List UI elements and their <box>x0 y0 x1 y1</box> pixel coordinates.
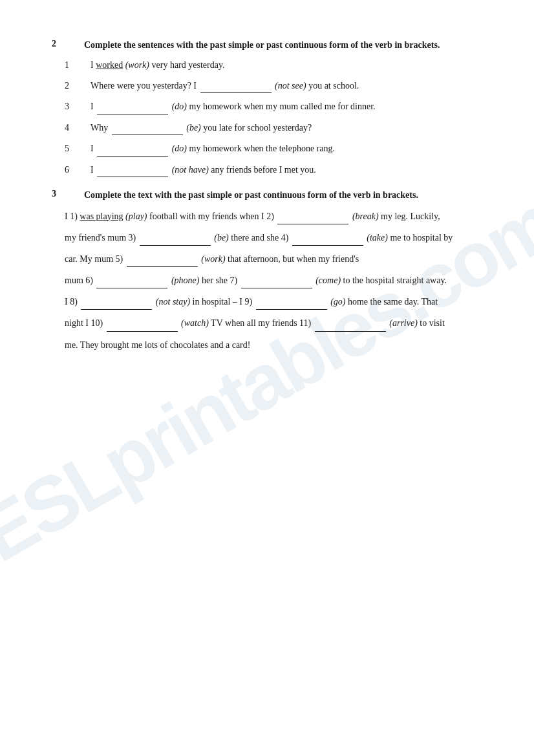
paragraph-1: I 1) was playing (play) football with my… <box>65 208 482 224</box>
row-number-5: 5 <box>65 144 91 154</box>
exercise-row-1: 1 I worked (work) very hard yesterday. <box>52 58 482 72</box>
verb-s3-9: (go) <box>330 297 345 307</box>
blank-3 <box>97 105 168 114</box>
exercise-row-4: 4 Why (be) you late for school yesterday… <box>52 121 482 135</box>
verb-s3-3: (be) <box>214 233 229 243</box>
row-content-2: Where were you yesterday? I (not see) yo… <box>91 79 359 93</box>
verb-4: (be) <box>186 123 201 133</box>
blank-s3-8 <box>81 301 152 310</box>
verb-s3-6: (phone) <box>171 275 200 285</box>
exercise-row-3: 3 I (do) my homework when my mum called … <box>52 100 482 114</box>
paragraph-7: me. They brought me lots of chocolates a… <box>65 337 482 353</box>
row-content-3: I (do) my homework when my mum called me… <box>91 100 376 114</box>
row-number-6: 6 <box>65 165 91 175</box>
paragraph-4: mum 6) (phone) her she 7) (come) to the … <box>65 272 482 288</box>
row-number-1: 1 <box>65 60 91 70</box>
verb-s3-11: (arrive) <box>389 318 418 328</box>
exercise-row-2: 2 Where were you yesterday? I (not see) … <box>52 79 482 93</box>
paragraph-6: night I 10) (watch) TV when all my frien… <box>65 315 482 331</box>
verb-s3-1: (play) <box>125 211 147 221</box>
verb-s3-2: (break) <box>352 211 379 221</box>
verb-1: (work) <box>125 60 149 70</box>
section-2-header: 2 Complete the sentences with the past s… <box>52 39 482 52</box>
section-3: 3 Complete the text with the past simple… <box>52 189 482 353</box>
blank-6 <box>97 168 168 177</box>
verb-s3-4: (take) <box>367 233 388 243</box>
blank-s3-2 <box>277 215 348 224</box>
blank-5 <box>97 147 168 157</box>
exercise-row-6: 6 I (not have) any friends before I met … <box>52 163 482 177</box>
blank-s3-4 <box>292 237 363 246</box>
section-2-title: Complete the sentences with the past sim… <box>84 39 440 52</box>
example-answer-1: worked <box>96 60 123 70</box>
section-2: 2 Complete the sentences with the past s… <box>52 39 482 177</box>
answer-s3-1: was playing <box>80 211 123 221</box>
verb-2: (not see) <box>275 81 306 91</box>
page-content: 2 Complete the sentences with the past s… <box>52 39 482 353</box>
verb-s3-7: (come) <box>315 275 341 285</box>
row-content-5: I (do) my homework when the telephone ra… <box>91 142 335 156</box>
blank-s3-9 <box>256 301 327 310</box>
row-number-4: 4 <box>65 123 91 133</box>
section-3-title: Complete the text with the past simple o… <box>84 189 418 202</box>
exercise-row-5: 5 I (do) my homework when the telephone … <box>52 142 482 156</box>
row-number-2: 2 <box>65 81 91 91</box>
section-3-number: 3 <box>52 189 84 199</box>
section-2-number: 2 <box>52 39 84 49</box>
blank-s3-7 <box>241 279 312 288</box>
verb-5: (do) <box>172 144 187 153</box>
row-content-1: I worked (work) very hard yesterday. <box>91 58 224 72</box>
row-content-4: Why (be) you late for school yesterday? <box>91 121 312 135</box>
verb-s3-8: (not stay) <box>156 297 190 307</box>
blank-s3-6 <box>96 279 167 288</box>
blank-s3-10 <box>107 323 178 332</box>
paragraph-5: I 8) (not stay) in hospital – I 9) (go) … <box>65 294 482 310</box>
blank-4 <box>112 126 183 135</box>
blank-s3-5 <box>127 258 198 267</box>
verb-s3-5: (work) <box>201 254 225 264</box>
row-number-3: 3 <box>65 102 91 112</box>
row-content-6: I (not have) any friends before I met yo… <box>91 163 316 177</box>
paragraph-2: my friend's mum 3) (be) there and she 4)… <box>65 230 482 246</box>
blank-s3-3 <box>140 237 211 246</box>
verb-6: (not have) <box>172 165 209 175</box>
verb-3: (do) <box>172 102 187 111</box>
text-block-section3: I 1) was playing (play) football with my… <box>52 208 482 353</box>
blank-2 <box>200 84 272 93</box>
section-3-header: 3 Complete the text with the past simple… <box>52 189 482 202</box>
paragraph-3: car. My mum 5) (work) that afternoon, bu… <box>65 251 482 267</box>
verb-s3-10: (watch) <box>181 318 209 328</box>
blank-s3-11 <box>315 323 386 332</box>
